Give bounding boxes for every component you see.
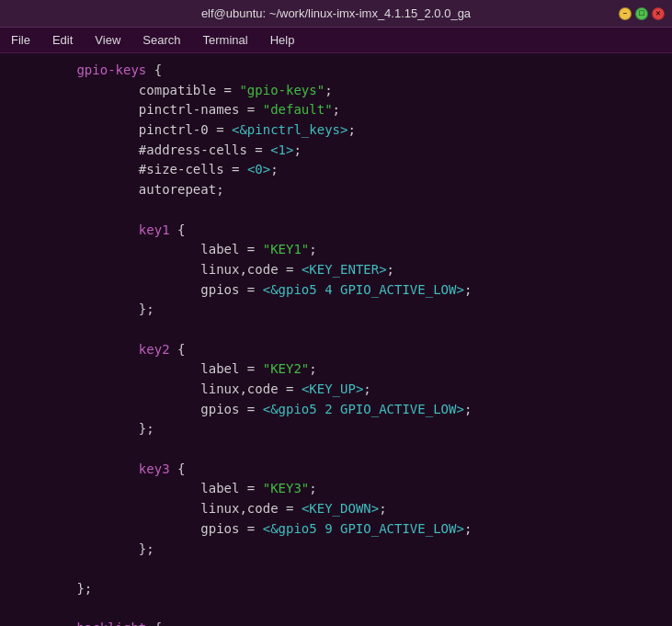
maximize-button[interactable]: □ (635, 7, 648, 20)
menu-item-file[interactable]: File (0, 29, 41, 51)
titlebar: elf@ubuntu: ~/work/linux-imx-imx_4.1.15_… (0, 0, 672, 28)
titlebar-buttons: – □ ✕ (619, 7, 665, 20)
code-content: gpio-keys { compatible = "gpio-keys"; pi… (0, 61, 672, 626)
menu-item-search[interactable]: Search (131, 29, 191, 51)
minimize-button[interactable]: – (619, 7, 632, 20)
menubar: FileEditViewSearchTerminalHelp (0, 28, 672, 53)
menu-item-terminal[interactable]: Terminal (192, 29, 259, 51)
close-button[interactable]: ✕ (652, 7, 665, 20)
maximize-icon: □ (639, 9, 644, 18)
menu-item-help[interactable]: Help (259, 29, 306, 51)
code-area[interactable]: gpio-keys { compatible = "gpio-keys"; pi… (0, 53, 672, 626)
titlebar-title: elf@ubuntu: ~/work/linux-imx-imx_4.1.15_… (53, 6, 619, 20)
menu-item-view[interactable]: View (84, 29, 131, 51)
menu-item-edit[interactable]: Edit (41, 29, 84, 51)
close-icon: ✕ (655, 8, 660, 18)
minimize-icon: – (622, 9, 627, 18)
